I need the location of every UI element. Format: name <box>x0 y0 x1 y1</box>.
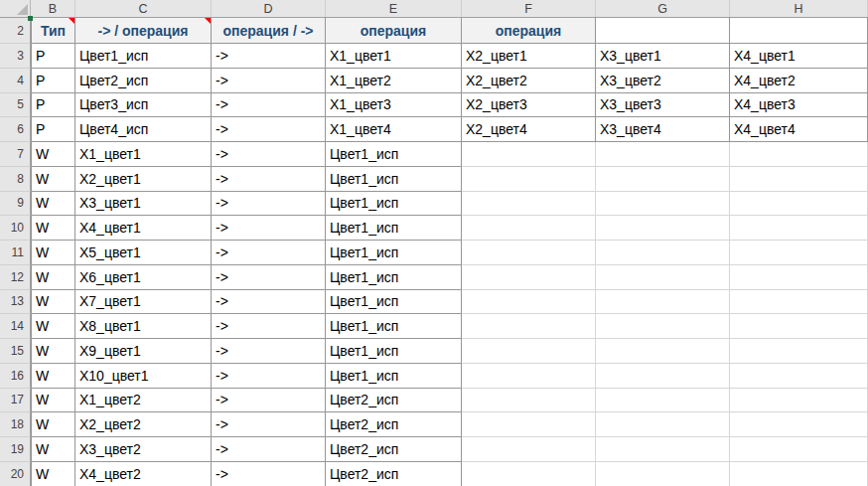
row-header-8[interactable]: 8 <box>0 167 31 192</box>
row-header-14[interactable]: 14 <box>0 314 31 339</box>
cell-D12[interactable]: -> <box>212 265 326 290</box>
cell-H9[interactable] <box>730 192 868 217</box>
cell-C5[interactable]: Цвет3_исп <box>75 93 212 118</box>
cell-F17[interactable] <box>462 389 596 413</box>
cell-H19[interactable] <box>730 437 868 462</box>
cell-E5[interactable]: X1_цвет3 <box>326 93 462 118</box>
cell-C7[interactable]: X1_цвет1 <box>75 142 212 167</box>
cell-G16[interactable] <box>596 364 730 389</box>
cell-G2[interactable] <box>596 18 730 44</box>
cell-H2[interactable] <box>730 18 868 44</box>
row-header-13[interactable]: 13 <box>0 290 31 315</box>
cell-D8[interactable]: -> <box>212 167 326 192</box>
cell-E9[interactable]: Цвет1_исп <box>326 192 462 217</box>
cell-H16[interactable] <box>730 364 868 389</box>
row-header-15[interactable]: 15 <box>0 339 31 364</box>
cell-C2[interactable]: -> / операция <box>75 18 212 44</box>
cell-D10[interactable]: -> <box>212 216 326 241</box>
cell-C11[interactable]: X5_цвет1 <box>75 241 212 265</box>
cell-D9[interactable]: -> <box>212 192 326 217</box>
cell-G5[interactable]: X3_цвет3 <box>596 93 730 118</box>
cell-E2[interactable]: операция <box>326 18 462 44</box>
cell-E7[interactable]: Цвет1_исп <box>326 142 462 167</box>
cell-F19[interactable] <box>462 437 596 462</box>
cell-C13[interactable]: X7_цвет1 <box>75 290 212 315</box>
cell-C14[interactable]: X8_цвет1 <box>75 314 212 339</box>
cell-C17[interactable]: X1_цвет2 <box>75 389 212 413</box>
cell-H10[interactable] <box>730 216 868 241</box>
cell-D7[interactable]: -> <box>212 142 326 167</box>
cell-B20[interactable]: W <box>31 462 75 486</box>
row-header-12[interactable]: 12 <box>0 265 31 290</box>
cell-C20[interactable]: X4_цвет2 <box>75 462 212 486</box>
cell-H7[interactable] <box>730 142 868 167</box>
cell-B19[interactable]: W <box>31 437 75 462</box>
row-header-4[interactable]: 4 <box>0 69 31 93</box>
cell-F6[interactable]: X2_цвет4 <box>462 117 596 142</box>
cell-F5[interactable]: X2_цвет3 <box>462 93 596 118</box>
cell-B5[interactable]: P <box>31 93 75 118</box>
cell-D14[interactable]: -> <box>212 314 326 339</box>
cell-E18[interactable]: Цвет2_исп <box>326 412 462 437</box>
column-header-G[interactable]: G <box>596 0 730 17</box>
cell-C18[interactable]: X2_цвет2 <box>75 412 212 437</box>
column-header-B[interactable]: B <box>31 0 75 17</box>
row-header-5[interactable]: 5 <box>0 93 31 118</box>
cell-G17[interactable] <box>596 389 730 413</box>
row-header-3[interactable]: 3 <box>0 44 31 69</box>
cell-D16[interactable]: -> <box>212 364 326 389</box>
cell-B17[interactable]: W <box>31 389 75 413</box>
cell-G11[interactable] <box>596 241 730 265</box>
cell-D18[interactable]: -> <box>212 412 326 437</box>
cell-B13[interactable]: W <box>31 290 75 315</box>
cell-C12[interactable]: X6_цвет1 <box>75 265 212 290</box>
cell-G12[interactable] <box>596 265 730 290</box>
cell-C6[interactable]: Цвет4_исп <box>75 117 212 142</box>
cell-G3[interactable]: X3_цвет1 <box>596 44 730 69</box>
cell-D6[interactable]: -> <box>212 117 326 142</box>
cell-F15[interactable] <box>462 339 596 364</box>
cell-G8[interactable] <box>596 167 730 192</box>
cell-G13[interactable] <box>596 290 730 315</box>
cell-C19[interactable]: X3_цвет2 <box>75 437 212 462</box>
cell-E15[interactable]: Цвет1_исп <box>326 339 462 364</box>
cell-E6[interactable]: X1_цвет4 <box>326 117 462 142</box>
cell-H17[interactable] <box>730 389 868 413</box>
row-header-7[interactable]: 7 <box>0 142 31 167</box>
cell-H5[interactable]: X4_цвет3 <box>730 93 868 118</box>
cell-E4[interactable]: X1_цвет2 <box>326 69 462 93</box>
column-header-D[interactable]: D <box>212 0 326 17</box>
cell-C10[interactable]: X4_цвет1 <box>75 216 212 241</box>
cell-H20[interactable] <box>730 462 868 486</box>
cell-F9[interactable] <box>462 192 596 217</box>
cell-C8[interactable]: X2_цвет1 <box>75 167 212 192</box>
cell-D4[interactable]: -> <box>212 69 326 93</box>
column-header-F[interactable]: F <box>462 0 596 17</box>
row-header-18[interactable]: 18 <box>0 412 31 437</box>
cell-F11[interactable] <box>462 241 596 265</box>
cell-F3[interactable]: X2_цвет1 <box>462 44 596 69</box>
cell-B4[interactable]: P <box>31 69 75 93</box>
cell-F2[interactable]: операция <box>462 18 596 44</box>
cell-E14[interactable]: Цвет1_исп <box>326 314 462 339</box>
cell-E19[interactable]: Цвет2_исп <box>326 437 462 462</box>
column-header-C[interactable]: C <box>75 0 212 17</box>
row-header-16[interactable]: 16 <box>0 364 31 389</box>
cell-F7[interactable] <box>462 142 596 167</box>
row-header-17[interactable]: 17 <box>0 389 31 413</box>
cell-H8[interactable] <box>730 167 868 192</box>
cell-C4[interactable]: Цвет2_исп <box>75 69 212 93</box>
cell-F18[interactable] <box>462 412 596 437</box>
cell-B18[interactable]: W <box>31 412 75 437</box>
cell-E11[interactable]: Цвет1_исп <box>326 241 462 265</box>
cell-G20[interactable] <box>596 462 730 486</box>
cell-G6[interactable]: X3_цвет4 <box>596 117 730 142</box>
cell-D19[interactable]: -> <box>212 437 326 462</box>
cell-D11[interactable]: -> <box>212 241 326 265</box>
cell-F12[interactable] <box>462 265 596 290</box>
cell-B7[interactable]: W <box>31 142 75 167</box>
cell-F16[interactable] <box>462 364 596 389</box>
column-header-E[interactable]: E <box>326 0 462 17</box>
cell-B9[interactable]: W <box>31 192 75 217</box>
cell-D2[interactable]: операция / -> <box>212 18 326 44</box>
